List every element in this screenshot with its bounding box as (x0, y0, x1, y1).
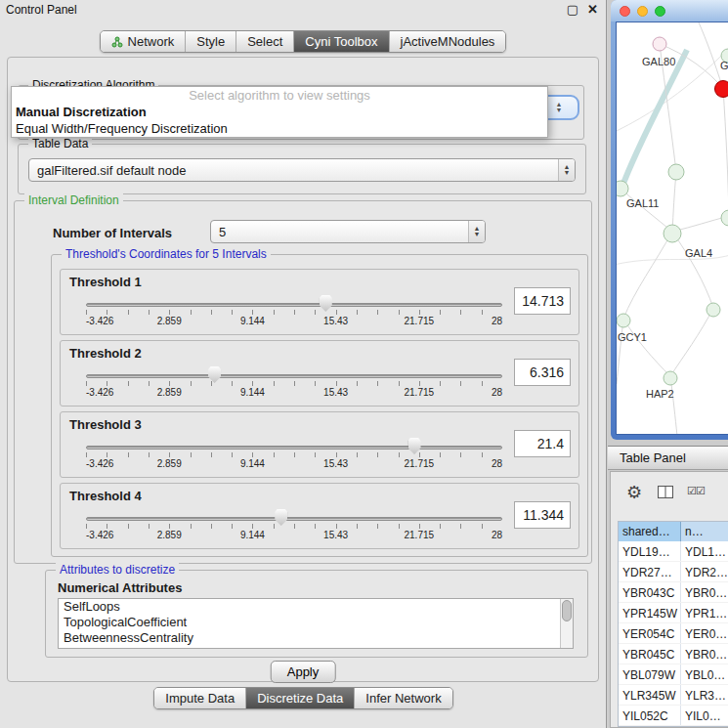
network-canvas[interactable]: GAL80 GA GAL11 GAL4 GCY1 HAP2 (616, 21, 728, 435)
threshold-label: Threshold 2 (69, 346, 142, 361)
node[interactable] (707, 303, 720, 317)
threshold-value-field[interactable]: 21.4 (514, 430, 571, 457)
tab-infer-network[interactable]: Infer Network (355, 688, 451, 708)
number-of-intervals-value: 5 (211, 225, 468, 239)
dropdown-option-manual-discretization[interactable]: Manual Discretization (12, 104, 547, 120)
cell-name: YPR1… (681, 603, 728, 622)
stepper-arrows-icon[interactable]: ▲▼ (558, 159, 575, 181)
node[interactable] (664, 225, 681, 242)
node[interactable] (668, 164, 684, 180)
numerical-attributes-list: SelfLoops TopologicalCoefficient Between… (58, 598, 574, 649)
slider-track[interactable] (86, 374, 502, 378)
table-row[interactable]: YBR043C YBR0… (619, 582, 728, 603)
apply-button[interactable]: Apply (271, 661, 336, 683)
node[interactable] (664, 371, 677, 385)
threshold-slider[interactable]: -3.426 2.859 9.144 15.43 21.715 28 (86, 438, 502, 475)
table-row[interactable]: YBR045C YBR0… (619, 644, 728, 664)
scale-label: 21.715 (405, 316, 435, 326)
table-data-combobox[interactable]: galFiltered.sif default node ▲▼ (28, 158, 576, 182)
slider-track[interactable] (86, 303, 502, 307)
network-window-titlebar (611, 0, 728, 21)
cyni-toolbox-panel: Discretization Algorithm ▲▼ Select algor… (7, 57, 599, 682)
tab-select[interactable]: Select (236, 31, 294, 52)
close-traffic-light[interactable] (620, 6, 630, 17)
cell-name: YBR0… (681, 644, 728, 664)
list-item[interactable]: BetweennessCentrality (59, 630, 573, 646)
node[interactable] (721, 210, 728, 226)
number-of-intervals-combobox[interactable]: 5 ▲▼ (210, 220, 486, 243)
numerical-attributes-label: Numerical Attributes (58, 580, 182, 595)
node[interactable] (617, 314, 630, 327)
threshold-slider[interactable]: -3.426 2.859 9.144 15.43 21.715 28 (86, 295, 502, 332)
table-panel-header: Table Panel (608, 446, 728, 470)
scale-label: 9.144 (240, 316, 265, 326)
node[interactable] (617, 181, 628, 196)
float-window-icon[interactable]: ▢ (567, 2, 578, 17)
slider-scale: -3.426 2.859 9.144 15.43 21.715 28 (86, 458, 502, 470)
threshold-panel: Threshold 4 -3.426 2.859 9.144 15.43 21.… (60, 483, 579, 549)
scale-label: 28 (492, 316, 502, 326)
slider-ticks (86, 524, 502, 529)
zoom-traffic-light[interactable] (655, 6, 665, 17)
threshold-value-field[interactable]: 6.316 (514, 359, 571, 386)
control-panel-window: Control Panel ▢ ✕ Network Style Select (0, 0, 607, 728)
scale-label: 15.43 (323, 316, 348, 326)
table-row[interactable]: YPR145W YPR1… (619, 603, 728, 623)
scale-label: 2.859 (157, 316, 182, 326)
threshold-value-field[interactable]: 14.713 (514, 287, 571, 315)
network-icon (111, 36, 123, 48)
algorithm-dropdown-popup: Select algorithm to view settings Manual… (11, 86, 548, 138)
table-row[interactable]: YDR27… YDR2… (619, 562, 728, 582)
table-data-group: Table Data galFiltered.sif default node … (18, 144, 586, 194)
gear-icon[interactable]: ⚙ (626, 482, 642, 503)
table-row[interactable]: YLR345W YLR3… (619, 685, 728, 706)
column-header-name[interactable]: n… (681, 522, 728, 541)
threshold-slider[interactable]: -3.426 2.859 9.144 15.43 21.715 28 (86, 366, 502, 404)
table-row[interactable]: YER054C YER0… (619, 623, 728, 644)
tab-style[interactable]: Style (186, 31, 236, 52)
tab-network[interactable]: Network (101, 31, 187, 52)
node[interactable] (653, 37, 666, 51)
columns-icon[interactable] (658, 486, 673, 501)
list-item[interactable]: SelfLoops (59, 599, 573, 615)
dropdown-option-equal-width-frequency[interactable]: Equal Width/Frequency Discretization (12, 120, 547, 137)
table-row[interactable]: YBL079W YBL0… (619, 664, 728, 685)
table-row[interactable]: YIL052C YIL0… (619, 706, 728, 726)
attributes-group-title: Attributes to discretize (56, 563, 179, 577)
cell-shared-name: YIL052C (619, 706, 681, 725)
node-label: GAL80 (642, 56, 675, 67)
slider-track[interactable] (86, 517, 502, 521)
slider-ticks (86, 452, 502, 457)
threshold-slider[interactable]: -3.426 2.859 9.144 15.43 21.715 28 (86, 509, 502, 546)
scrollbar-thumb[interactable] (562, 600, 572, 621)
thresholds-coordinates-group: Threshold's Coordinates for 5 Intervals … (51, 254, 588, 557)
node-label: GAL11 (626, 197, 659, 209)
table-row[interactable]: YDL19… YDL1… (619, 541, 728, 562)
stepper-arrows-icon[interactable]: ▲▼ (468, 221, 485, 242)
selected-node[interactable] (715, 81, 728, 98)
tab-style-label: Style (196, 34, 225, 49)
cell-name: YLR3… (681, 685, 728, 705)
threshold-value-field[interactable]: 11.344 (514, 501, 571, 529)
thresholds-coordinates-group-title: Threshold's Coordinates for 5 Intervals (62, 247, 271, 261)
minimize-traffic-light[interactable] (637, 6, 648, 17)
cell-name: YBL0… (681, 664, 728, 684)
select-rows-icons[interactable]: ☑☑ (687, 485, 705, 497)
list-scrollbar[interactable] (560, 599, 573, 648)
close-icon[interactable]: ✕ (587, 2, 598, 17)
tab-cyni-toolbox-label: Cyni Toolbox (305, 34, 377, 49)
cell-shared-name: YER054C (619, 623, 681, 643)
tab-cyni-toolbox[interactable]: Cyni Toolbox (294, 31, 389, 52)
list-item[interactable]: TopologicalCoefficient (59, 615, 573, 630)
slider-track[interactable] (86, 446, 502, 450)
threshold-label: Threshold 4 (69, 489, 142, 503)
tab-impute-data[interactable]: Impute Data (154, 688, 246, 708)
column-header-shared-name[interactable]: shared… (619, 522, 681, 541)
tab-jactivemnodules-label: jActiveMNodules (401, 34, 495, 49)
attributes-to-discretize-group: Attributes to discretize Numerical Attri… (45, 570, 588, 658)
cell-shared-name: YDL19… (619, 541, 681, 561)
tab-jactivemnodules[interactable]: jActiveMNodules (390, 31, 506, 52)
scale-label: 28 (492, 458, 502, 469)
tab-discretize-data[interactable]: Discretize Data (246, 688, 355, 708)
slider-scale: -3.426 2.859 9.144 15.43 21.715 28 (86, 387, 502, 399)
